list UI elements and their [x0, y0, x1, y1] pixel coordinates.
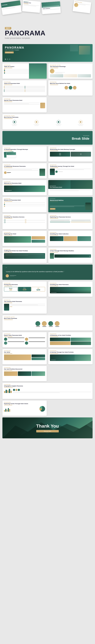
slide11-label: PANORAMA	[4, 164, 45, 166]
slide21-label: PANORAMA	[4, 249, 45, 250]
slide16-heading: Mastermind Mahina	[50, 200, 91, 201]
slide25-heading: Unveiling Our Hotel Panorama	[50, 284, 91, 285]
slide5-heading: Meet the Faces Behind Our Hotel	[50, 83, 91, 84]
slide22-heading: A Tour Through Hotel Mockup Realities	[50, 250, 91, 252]
slide20-heading: Unveiling Our Hotel Collection	[50, 233, 91, 234]
slide7-heading: Best Service Panorama	[4, 116, 91, 118]
slide-infographic: PANORAMA Infographic insights Panorama	[2, 383, 92, 399]
slide33-label: PANORAMA	[4, 384, 91, 385]
slide-advantage: PANORAMA HOTEL The Panorama Advantage	[48, 64, 92, 79]
panorama-subtitle: hotel presentation template	[5, 37, 90, 39]
preview-slide-4: PANORAMA HOTEL	[72, 0, 91, 13]
slide19-heading: Exploring Our Hotel	[4, 233, 45, 234]
slide-cosmos: PANORAMA The Cosmos Hotel Panorama	[2, 298, 47, 314]
slide4-heading: Vision Of Panorama Hotel	[4, 83, 45, 84]
slide-mastermind: PANORAMA Mastermind Mahina View More	[48, 197, 92, 212]
thankyou-btn: Discover More	[36, 430, 59, 432]
slide25-label: PANORAMA	[50, 283, 91, 284]
slide7-label: PANORAMA HOTEL	[4, 116, 91, 116]
slide26-label: PANORAMA	[4, 300, 45, 300]
slide-journey-portfolio: PANORAMA A Journey Through Our Hotel Por…	[48, 349, 92, 364]
slide-crafting: PANORAMA Crafting the Perfect Our Hotel …	[2, 248, 47, 263]
slide-thank-you: Thank You Discover More	[2, 418, 92, 438]
slide22-label: PANORAMA	[50, 249, 91, 250]
slide-unveiling-hotel: PANORAMA Unveiling Our Hotel Panorama	[48, 282, 92, 297]
slide-our-strive: PANORAMA Our strive	[2, 349, 47, 364]
preview-slide-2: MISSION OF Panorama Hotel	[22, 0, 41, 13]
slide-main-panorama: PANORAMA Hotel Presentation Template Dis…	[2, 44, 92, 62]
slide17-heading: Unveiling Our Seamless Services	[4, 216, 45, 218]
slide29-heading: A Showcase of Our Hotel Portfolio	[50, 334, 91, 336]
slides-grid: PANORAMA Hotel Presentation Template Dis…	[0, 42, 95, 442]
slide28-heading: Expert Team Panorama Hotel	[4, 334, 45, 336]
slide-unveiling-services: PANORAMA Unveiling Our Seamless Services	[2, 214, 47, 229]
slide21-heading: Crafting the Perfect Our Hotel Portfolio	[4, 250, 45, 252]
slide18-heading: Exploring Our Panorama Services	[50, 216, 91, 218]
title-section: KEY PANORAMA hotel presentation template	[0, 24, 95, 42]
slide13-heading: Welcome to Panorama Hotel	[4, 182, 45, 184]
slide12-heading: Testimonial Journey Through Our Hotel	[50, 166, 91, 167]
slide5-label: PANORAMA	[50, 82, 91, 82]
hero-slides-area: PANORAMA MISSION OF Panorama Hotel Hotel…	[0, 0, 95, 24]
slide11-heading: A Testimonial Showcase Panorama	[4, 166, 45, 167]
slide-break: PANORAMA Break Slide	[2, 131, 92, 145]
slide-quote: " "Luxury is not defined by opulence alo…	[2, 264, 92, 280]
slide-team: PANORAMA Meet the Faces Behind Our Hotel	[48, 80, 92, 96]
slide29-label: PANORAMA	[50, 334, 91, 334]
slide3-heading: The Panorama Advantage	[50, 66, 91, 67]
slide16-label: PANORAMA	[50, 198, 91, 199]
slide-services: PANORAMA HOTEL Best Service Panorama	[2, 114, 92, 130]
slide-showcase-portfolio: PANORAMA A Showcase of Our Hotel Portfol…	[48, 332, 92, 348]
slide34-heading: Exploring Trends Through Hotel Charts	[4, 403, 45, 404]
slide-pricing: PANORAMA Pricing Pan Panorama Basic $99 …	[2, 282, 47, 297]
slide-visual-exploration: PANORAMA A Visual Exploration Through Mo…	[2, 146, 47, 162]
slide-expert-team: PANORAMA Expert Team Panorama Hotel	[2, 332, 47, 348]
slide9-heading: A Visual Exploration Through Mockups	[4, 149, 45, 150]
slide-mission: PANORAMA Mission Of Panorama Hotel	[2, 197, 47, 212]
slide24-label: PANORAMA	[4, 283, 45, 284]
break-label: PANORAMA	[72, 135, 89, 136]
slide10-heading: Showcasing Our Hotel Mockup Concepts	[50, 149, 91, 150]
slide15-heading: Mission Of Panorama Hotel	[4, 200, 45, 201]
slide-vision: PANORAMA Vision Of Panorama Hotel	[2, 80, 47, 96]
slide33-heading: Infographic insights Panorama	[4, 385, 91, 387]
slide30-heading: Our strive	[4, 352, 45, 353]
slide20-label: PANORAMA	[50, 232, 91, 233]
slide-exploring-services: PANORAMA Exploring Our Panorama Services	[48, 214, 92, 229]
slide-testimonial-journey: PANORAMA Testimonial Journey Through Our…	[48, 163, 92, 178]
key-badge: KEY	[5, 27, 11, 30]
slide27-heading: Best Team Panorama	[4, 318, 91, 319]
slide34-label: PANORAMA	[4, 402, 45, 403]
panorama-title: PANORAMA	[5, 30, 90, 36]
slide-panorama-showcase: PANORAMA The Panorama Hotel	[48, 180, 92, 195]
main-slide-btn: Discover More	[5, 52, 14, 54]
slide-table-of-content: PANORAMA Table Of Content	[2, 64, 47, 79]
break-title: Break Slide	[72, 137, 89, 140]
slide-next-portfolio: PANORAMA Our next Portfolio Discovered	[2, 366, 47, 381]
slide32-label: PANORAMA	[4, 367, 45, 368]
slide9-label: PANORAMA	[4, 148, 45, 148]
slide30-label: PANORAMA	[4, 350, 45, 351]
slide-unveiling-collection: PANORAMA Unveiling Our Hotel Collection	[48, 231, 92, 246]
slide24-heading: Pricing Pan Panorama	[4, 284, 45, 285]
slide31-heading: A Journey Through Our Hotel Portfolio	[50, 352, 91, 353]
slide3-label: PANORAMA HOTEL	[50, 65, 91, 66]
slide31-label: PANORAMA	[50, 350, 91, 351]
slide15-label: PANORAMA	[4, 198, 45, 199]
slide-tour-mockup: PANORAMA A Tour Through Hotel Mockup Rea…	[48, 248, 92, 263]
slide26-heading: The Cosmos Hotel Panorama	[4, 301, 45, 302]
slide28-label: PANORAMA	[4, 334, 45, 334]
slide10-label: PANORAMA	[50, 148, 91, 148]
quote-text: "Luxury is not defined by opulence alone…	[6, 271, 89, 273]
slide19-label: PANORAMA	[4, 232, 45, 233]
slide27-label: PANORAMA HOTEL	[4, 316, 91, 318]
thankyou-title: Thank You	[36, 424, 59, 429]
slide18-label: PANORAMA	[50, 215, 91, 216]
preview-slide-3: Hotel Collection	[42, 1, 61, 14]
slide-testimonial: PANORAMA A Testimonial Showcase Panorama	[2, 163, 47, 178]
slide-exploring-trends: PANORAMA Exploring Trends Through Hotel …	[2, 400, 47, 416]
slide-showcasing: PANORAMA Showcasing Our Hotel Mockup Con…	[48, 146, 92, 162]
slide-welcome: PANORAMA Welcome to Panorama Hotel	[2, 180, 47, 195]
slide-exploring-hotel: PANORAMA Exploring Our Hotel	[2, 231, 47, 246]
slide13-label: PANORAMA	[4, 181, 45, 182]
